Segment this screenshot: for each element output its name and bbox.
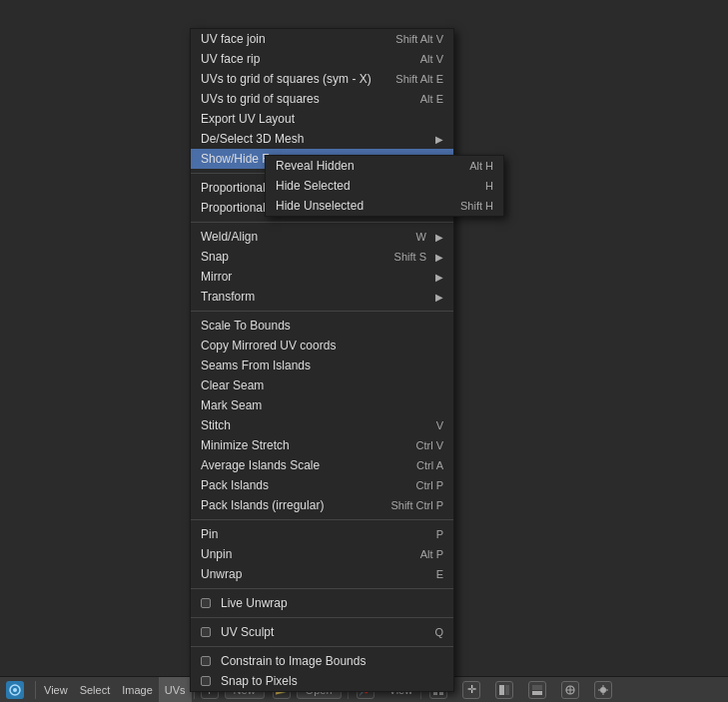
cursor-icon: ✛ bbox=[462, 681, 480, 699]
menu-item-label: Minimize Stretch bbox=[201, 438, 290, 452]
toggle-box bbox=[201, 627, 211, 637]
menu-item-clear-seam[interactable]: Clear Seam bbox=[191, 375, 453, 395]
menu-item-pack-islands[interactable]: Pack IslandsCtrl P bbox=[191, 475, 453, 495]
render-button[interactable] bbox=[588, 677, 621, 702]
menu-item-pin[interactable]: PinP bbox=[191, 524, 453, 544]
layout-icon2 bbox=[528, 681, 546, 699]
shortcut-label: Q bbox=[434, 626, 443, 638]
menu-item-label: Snap bbox=[201, 250, 229, 264]
render-icon bbox=[594, 681, 612, 699]
menu-item-deselect-3d-mesh[interactable]: De/Select 3D Mesh▶ bbox=[191, 129, 453, 149]
uvs-dropdown: UV face joinShift Alt VUV face ripAlt VU… bbox=[190, 28, 454, 692]
menu-item-seams-from-islands[interactable]: Seams From Islands bbox=[191, 355, 453, 375]
menu-item-label: Pack Islands bbox=[201, 478, 269, 492]
submenu-item-label: Hide Unselected bbox=[276, 199, 364, 213]
shortcut-label: Ctrl P bbox=[416, 479, 444, 491]
shortcut-label: Shift Ctrl P bbox=[390, 499, 443, 511]
menu-item-scale-to-bounds[interactable]: Scale To Bounds bbox=[191, 316, 453, 336]
view-menu-button[interactable]: View bbox=[38, 677, 74, 702]
menu-item-label: Pin bbox=[201, 527, 218, 541]
submenu-arrow-icon: ▶ bbox=[435, 272, 443, 283]
submenu-item-label: Hide Selected bbox=[276, 179, 351, 193]
menu-item-label: UVs to grid of squares (sym - X) bbox=[201, 72, 371, 86]
menu-item-label: UV face rip bbox=[201, 52, 260, 66]
menu-item-stitch[interactable]: StitchV bbox=[191, 415, 453, 435]
select-menu-button[interactable]: Select bbox=[74, 677, 117, 702]
submenu-item-hide-unselected[interactable]: Hide UnselectedShift H bbox=[266, 196, 503, 216]
menu-item-export-uv-layout[interactable]: Export UV Layout bbox=[191, 109, 453, 129]
view-label: View bbox=[44, 684, 68, 696]
menu-item-label: Mirror bbox=[201, 270, 232, 284]
layout-button1[interactable] bbox=[489, 677, 522, 702]
engine-icon-button[interactable] bbox=[0, 677, 33, 702]
layout-button2[interactable] bbox=[522, 677, 555, 702]
menu-separator bbox=[191, 646, 453, 647]
image-menu-button[interactable]: Image bbox=[116, 677, 159, 702]
menu-item-label: UV face join bbox=[201, 32, 266, 46]
menu-separator bbox=[191, 222, 453, 223]
menu-item-uvs-to-grid-of-squares[interactable]: UVs to grid of squaresAlt E bbox=[191, 89, 453, 109]
shortcut-label: W bbox=[416, 231, 426, 243]
menu-item-unpin[interactable]: UnpinAlt P bbox=[191, 544, 453, 564]
submenu-item-hide-selected[interactable]: Hide SelectedH bbox=[266, 176, 503, 196]
menu-item-label: Live Unwrap bbox=[221, 596, 288, 610]
menu-item-transform[interactable]: Transform▶ bbox=[191, 287, 453, 307]
menu-item-label: UV Sculpt bbox=[221, 625, 274, 639]
menu-item-minimize-stretch[interactable]: Minimize StretchCtrl V bbox=[191, 435, 453, 455]
menu-item-unwrap[interactable]: UnwrapE bbox=[191, 564, 453, 584]
svg-rect-6 bbox=[499, 685, 504, 695]
shortcut-label: Alt E bbox=[420, 93, 443, 105]
menu-item-weldalign[interactable]: Weld/AlignW▶ bbox=[191, 227, 453, 247]
menu-item-label: UVs to grid of squares bbox=[201, 92, 320, 106]
shortcut-label: Shift Alt V bbox=[395, 33, 443, 45]
shortcut-label: E bbox=[436, 568, 443, 580]
submenu-arrow-icon: ▶ bbox=[435, 232, 443, 243]
submenu-arrow-icon: ▶ bbox=[435, 252, 443, 263]
toggle-box bbox=[201, 598, 211, 608]
svg-rect-7 bbox=[505, 685, 509, 695]
menu-item-label: De/Select 3D Mesh bbox=[201, 132, 304, 146]
shortcut-label: Alt P bbox=[420, 548, 443, 560]
menu-item-uv-face-rip[interactable]: UV face ripAlt V bbox=[191, 49, 453, 69]
svg-rect-9 bbox=[532, 691, 542, 695]
menu-item-label: Unpin bbox=[201, 547, 232, 561]
menu-item-live-unwrap[interactable]: Live Unwrap bbox=[191, 593, 453, 613]
shortcut-label: Ctrl V bbox=[416, 439, 444, 451]
menu-item-label: Snap to Pixels bbox=[221, 674, 298, 688]
menu-item-snap[interactable]: SnapShift S▶ bbox=[191, 247, 453, 267]
menu-item-snap-to-pixels[interactable]: Snap to Pixels bbox=[191, 671, 453, 691]
menu-item-label: Mark Seam bbox=[201, 398, 262, 412]
menu-item-copy-mirrored-uv-coords[interactable]: Copy Mirrored UV coords bbox=[191, 336, 453, 355]
menu-item-uv-face-join[interactable]: UV face joinShift Alt V bbox=[191, 29, 453, 49]
cursor-button[interactable]: ✛ bbox=[456, 677, 489, 702]
submenu-shortcut-label: H bbox=[485, 180, 493, 192]
submenu-item-reveal-hidden[interactable]: Reveal HiddenAlt H bbox=[266, 156, 503, 176]
svg-point-13 bbox=[600, 687, 606, 693]
menu-item-pack-islands-irregular[interactable]: Pack Islands (irregular)Shift Ctrl P bbox=[191, 495, 453, 515]
menu-item-label: Average Islands Scale bbox=[201, 458, 320, 472]
shortcut-label: V bbox=[436, 419, 443, 431]
layout-icon1 bbox=[495, 681, 513, 699]
scene-button[interactable] bbox=[555, 677, 588, 702]
menu-item-uvs-to-grid-of-squares-sym---x[interactable]: UVs to grid of squares (sym - X)Shift Al… bbox=[191, 69, 453, 89]
shortcut-label: Ctrl A bbox=[416, 459, 443, 471]
shortcut-label: P bbox=[436, 528, 443, 540]
menu-item-mark-seam[interactable]: Mark Seam bbox=[191, 395, 453, 415]
menu-item-label: Constrain to Image Bounds bbox=[221, 654, 365, 668]
menu-item-mirror[interactable]: Mirror▶ bbox=[191, 267, 453, 287]
menu-separator bbox=[191, 588, 453, 589]
toggle-box bbox=[201, 676, 211, 686]
uvs-label: UVs bbox=[165, 684, 186, 696]
submenu-item-label: Reveal Hidden bbox=[276, 159, 355, 173]
menu-item-constrain-to-image-bounds[interactable]: Constrain to Image Bounds bbox=[191, 651, 453, 671]
submenu-shortcut-label: Alt H bbox=[469, 160, 493, 172]
menu-item-average-islands-scale[interactable]: Average Islands ScaleCtrl A bbox=[191, 455, 453, 475]
menu-item-label: Seams From Islands bbox=[201, 358, 311, 372]
uvs-menu-button[interactable]: UVs bbox=[159, 677, 192, 702]
menu-item-label: Export UV Layout bbox=[201, 112, 295, 126]
shortcut-label: Alt V bbox=[420, 53, 443, 65]
menu-item-uv-sculpt[interactable]: UV SculptQ bbox=[191, 622, 453, 642]
menu-item-label: Copy Mirrored UV coords bbox=[201, 339, 336, 352]
menu-item-label: Transform bbox=[201, 290, 255, 304]
submenu-arrow-icon: ▶ bbox=[435, 292, 443, 303]
